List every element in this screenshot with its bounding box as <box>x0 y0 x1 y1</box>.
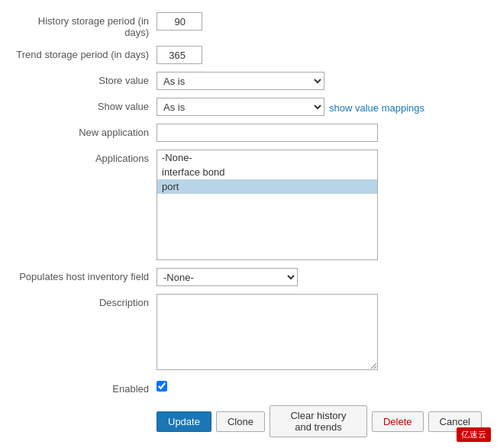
trend-storage-label: Trend storage period (in days) <box>15 46 157 60</box>
application-item-selected[interactable]: port <box>157 179 377 194</box>
enabled-control <box>157 381 482 394</box>
application-item[interactable]: -None- <box>157 150 377 165</box>
populates-select[interactable]: -None- <box>157 268 298 286</box>
history-storage-control <box>157 12 482 31</box>
history-storage-input[interactable] <box>157 12 202 31</box>
store-value-control: As is Delta (speed per second) Delta (si… <box>157 72 482 90</box>
applications-control: -None- interface bond port <box>157 150 482 260</box>
populates-control: -None- <box>157 268 482 286</box>
enabled-checkbox[interactable] <box>157 381 167 392</box>
new-application-input[interactable] <box>157 124 378 142</box>
populates-row: Populates host inventory field -None- <box>15 268 482 286</box>
clear-history-button[interactable]: Clear history and trends <box>269 405 367 437</box>
applications-list[interactable]: -None- interface bond port <box>157 150 378 260</box>
applications-row: Applications -None- interface bond port <box>15 150 482 260</box>
description-row: Description <box>15 294 482 372</box>
show-value-row: Show value As is Custom mapping show val… <box>15 98 482 116</box>
new-application-label: New application <box>15 124 157 138</box>
new-application-control <box>157 124 482 142</box>
show-value-mappings-link[interactable]: show value mappings <box>329 100 424 114</box>
enabled-row: Enabled <box>15 380 482 395</box>
history-storage-label: History storage period (in days) <box>15 12 157 38</box>
store-value-label: Store value <box>15 72 157 86</box>
description-control <box>157 294 482 372</box>
buttons-row: Update Clone Clear history and trends De… <box>15 405 482 445</box>
enabled-label: Enabled <box>15 380 157 395</box>
description-textarea[interactable] <box>157 294 378 370</box>
store-value-row: Store value As is Delta (speed per secon… <box>15 72 482 90</box>
populates-label: Populates host inventory field <box>15 268 157 282</box>
trend-storage-control <box>157 46 482 64</box>
history-storage-row: History storage period (in days) <box>15 12 482 38</box>
delete-button[interactable]: Delete <box>372 411 424 432</box>
new-application-row: New application <box>15 124 482 142</box>
trend-storage-row: Trend storage period (in days) <box>15 46 482 64</box>
description-label: Description <box>15 294 157 308</box>
show-value-control: As is Custom mapping show value mappings <box>157 98 482 116</box>
show-value-label: Show value <box>15 98 157 112</box>
update-button[interactable]: Update <box>157 411 211 432</box>
store-value-select[interactable]: As is Delta (speed per second) Delta (si… <box>157 72 324 90</box>
show-value-select[interactable]: As is Custom mapping <box>157 98 324 116</box>
clone-button[interactable]: Clone <box>216 411 265 432</box>
applications-label: Applications <box>15 150 157 164</box>
trend-storage-input[interactable] <box>157 46 202 64</box>
watermark-badge: 亿速云 <box>457 427 491 442</box>
application-item[interactable]: interface bond <box>157 165 377 179</box>
form-container: History storage period (in days) Trend s… <box>0 0 497 448</box>
